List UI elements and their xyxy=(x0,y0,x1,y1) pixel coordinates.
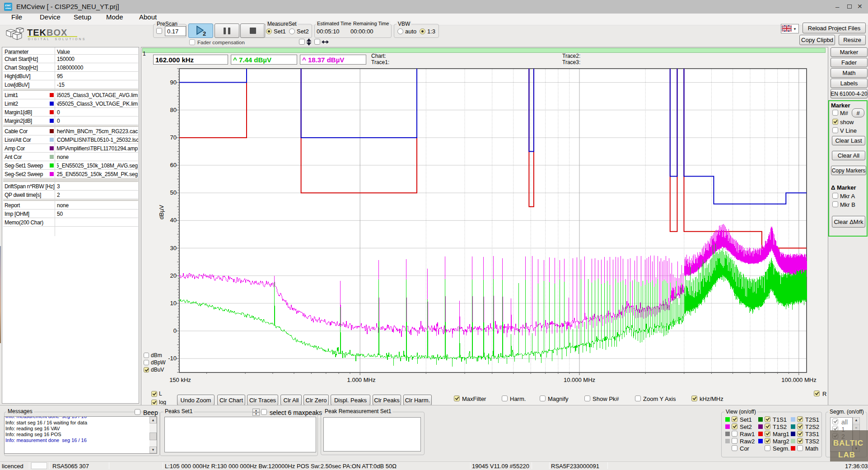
svg-text:2: 2 xyxy=(203,30,206,36)
